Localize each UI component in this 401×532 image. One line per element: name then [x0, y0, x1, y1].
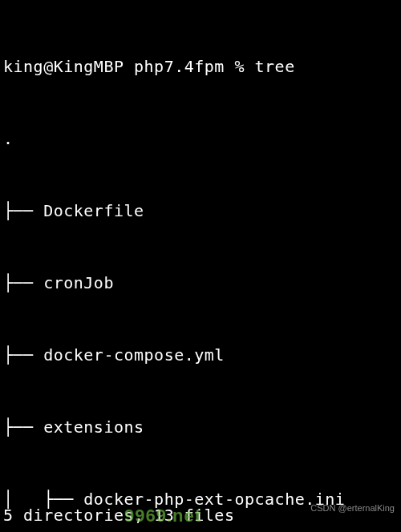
tree-line: . [3, 127, 398, 151]
tree-line: ├── cronJob [3, 271, 398, 295]
watermark-csdn: CSDN @erternalKing [310, 502, 395, 515]
terminal-output: king@KingMBP php7.4fpm % tree . ├── Dock… [3, 6, 398, 532]
tree-line: ├── Dockerfile [3, 199, 398, 223]
tree-line: ├── docker-compose.yml [3, 343, 398, 367]
watermark-site: 9969.net [124, 502, 201, 529]
tree-line: ├── extensions [3, 415, 398, 439]
prompt-line: king@KingMBP php7.4fpm % tree [3, 54, 398, 79]
